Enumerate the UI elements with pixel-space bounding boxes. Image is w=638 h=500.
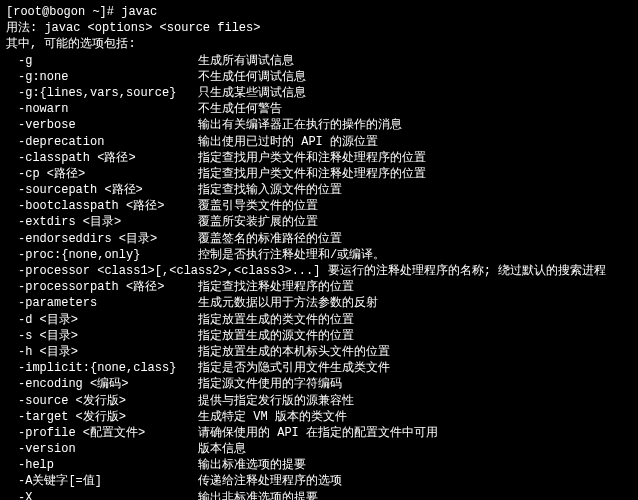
- option-row: -processorpath <路径>指定查找注释处理程序的位置: [6, 279, 632, 295]
- option-row: -cp <路径>指定查找用户类文件和注释处理程序的位置: [6, 166, 632, 182]
- option-row: -profile <配置文件>请确保使用的 API 在指定的配置文件中可用: [6, 425, 632, 441]
- option-row: -proc:{none,only}控制是否执行注释处理和/或编译。: [6, 247, 632, 263]
- option-desc: 指定查找输入源文件的位置: [198, 182, 342, 198]
- option-flag: -encoding <编码>: [18, 376, 198, 392]
- option-row: -X输出非标准选项的提要: [6, 490, 632, 500]
- option-flag: -h <目录>: [18, 344, 198, 360]
- option-row: -extdirs <目录>覆盖所安装扩展的位置: [6, 214, 632, 230]
- option-row: -encoding <编码>指定源文件使用的字符编码: [6, 376, 632, 392]
- option-flag: -version: [18, 441, 198, 457]
- option-desc: 覆盖所安装扩展的位置: [198, 214, 318, 230]
- option-row: -target <发行版>生成特定 VM 版本的类文件: [6, 409, 632, 425]
- option-desc: 不生成任何调试信息: [198, 69, 306, 85]
- option-flag: -endorseddirs <目录>: [18, 231, 198, 247]
- option-row: -h <目录>指定放置生成的本机标头文件的位置: [6, 344, 632, 360]
- option-flag: -implicit:{none,class}: [18, 360, 198, 376]
- option-flag: -classpath <路径>: [18, 150, 198, 166]
- option-row: -classpath <路径>指定查找用户类文件和注释处理程序的位置: [6, 150, 632, 166]
- option-desc: 版本信息: [198, 441, 246, 457]
- option-desc: 不生成任何警告: [198, 101, 282, 117]
- option-row: -g:{lines,vars,source}只生成某些调试信息: [6, 85, 632, 101]
- option-flag: -proc:{none,only}: [18, 247, 198, 263]
- option-desc: 指定查找注释处理程序的位置: [198, 279, 354, 295]
- option-row: -endorseddirs <目录>覆盖签名的标准路径的位置: [6, 231, 632, 247]
- option-row: -d <目录>指定放置生成的类文件的位置: [6, 312, 632, 328]
- option-desc: 指定放置生成的本机标头文件的位置: [198, 344, 390, 360]
- option-flag: -d <目录>: [18, 312, 198, 328]
- option-flag: -X: [18, 490, 198, 500]
- option-flag: -verbose: [18, 117, 198, 133]
- option-desc: 输出使用已过时的 API 的源位置: [198, 134, 378, 150]
- option-row: -sourcepath <路径>指定查找输入源文件的位置: [6, 182, 632, 198]
- option-row: -help输出标准选项的提要: [6, 457, 632, 473]
- option-desc: 输出标准选项的提要: [198, 457, 306, 473]
- option-desc: 传递给注释处理程序的选项: [198, 473, 342, 489]
- option-flag: -target <发行版>: [18, 409, 198, 425]
- option-flag: -deprecation: [18, 134, 198, 150]
- option-row: -s <目录>指定放置生成的源文件的位置: [6, 328, 632, 344]
- intro-line: 其中, 可能的选项包括:: [6, 36, 632, 52]
- option-row: -implicit:{none,class}指定是否为隐式引用文件生成类文件: [6, 360, 632, 376]
- option-desc: 输出非标准选项的提要: [198, 490, 318, 500]
- option-flag: -extdirs <目录>: [18, 214, 198, 230]
- option-flag: -profile <配置文件>: [18, 425, 198, 441]
- terminal-output[interactable]: [root@bogon ~]# javac 用法: javac <options…: [0, 0, 638, 500]
- prompt-line: [root@bogon ~]# javac: [6, 4, 632, 20]
- option-flag: -parameters: [18, 295, 198, 311]
- option-flag: -g: [18, 53, 198, 69]
- option-desc: 控制是否执行注释处理和/或编译。: [198, 247, 385, 263]
- option-desc: 生成特定 VM 版本的类文件: [198, 409, 347, 425]
- option-flag: -A关键字[=值]: [18, 473, 198, 489]
- option-desc: 指定放置生成的源文件的位置: [198, 328, 354, 344]
- option-desc: 指定查找用户类文件和注释处理程序的位置: [198, 166, 426, 182]
- option-desc: 输出有关编译器正在执行的操作的消息: [198, 117, 402, 133]
- option-row: -deprecation输出使用已过时的 API 的源位置: [6, 134, 632, 150]
- option-flag: -sourcepath <路径>: [18, 182, 198, 198]
- option-flag: -cp <路径>: [18, 166, 198, 182]
- options-list: -g生成所有调试信息-g:none不生成任何调试信息-g:{lines,vars…: [6, 53, 632, 500]
- option-flag: -bootclasspath <路径>: [18, 198, 198, 214]
- option-desc: 生成元数据以用于方法参数的反射: [198, 295, 378, 311]
- option-flag: -g:{lines,vars,source}: [18, 85, 198, 101]
- option-row: -A关键字[=值]传递给注释处理程序的选项: [6, 473, 632, 489]
- option-row: -parameters生成元数据以用于方法参数的反射: [6, 295, 632, 311]
- option-flag: -s <目录>: [18, 328, 198, 344]
- option-row: -version版本信息: [6, 441, 632, 457]
- option-row: -g:none不生成任何调试信息: [6, 69, 632, 85]
- option-desc: 只生成某些调试信息: [198, 85, 306, 101]
- option-row: -source <发行版>提供与指定发行版的源兼容性: [6, 393, 632, 409]
- option-flag: -help: [18, 457, 198, 473]
- option-flag: -nowarn: [18, 101, 198, 117]
- option-row: -verbose输出有关编译器正在执行的操作的消息: [6, 117, 632, 133]
- option-desc: 覆盖引导类文件的位置: [198, 198, 318, 214]
- option-row: -nowarn不生成任何警告: [6, 101, 632, 117]
- option-flag: -g:none: [18, 69, 198, 85]
- option-desc: 指定放置生成的类文件的位置: [198, 312, 354, 328]
- option-desc: 指定是否为隐式引用文件生成类文件: [198, 360, 390, 376]
- option-desc: 生成所有调试信息: [198, 53, 294, 69]
- option-desc: 指定查找用户类文件和注释处理程序的位置: [198, 150, 426, 166]
- option-row: -bootclasspath <路径>覆盖引导类文件的位置: [6, 198, 632, 214]
- option-desc: 请确保使用的 API 在指定的配置文件中可用: [198, 425, 438, 441]
- usage-line: 用法: javac <options> <source files>: [6, 20, 632, 36]
- option-flag: -processorpath <路径>: [18, 279, 198, 295]
- option-desc: 提供与指定发行版的源兼容性: [198, 393, 354, 409]
- option-desc: 指定源文件使用的字符编码: [198, 376, 342, 392]
- option-flag: -source <发行版>: [18, 393, 198, 409]
- option-row: -g生成所有调试信息: [6, 53, 632, 69]
- option-row: -processor <class1>[,<class2>,<class3>..…: [6, 263, 632, 279]
- option-desc: 覆盖签名的标准路径的位置: [198, 231, 342, 247]
